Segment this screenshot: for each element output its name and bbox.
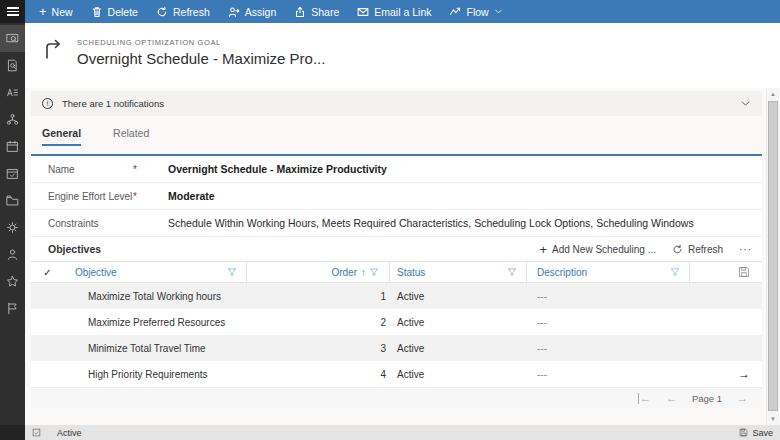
- grid-header-row: ✓ Objective Order ↑ Status: [31, 262, 762, 283]
- order-cell: 3: [247, 335, 390, 361]
- column-header-status[interactable]: Status: [390, 262, 527, 282]
- save-button[interactable]: Save: [739, 428, 773, 438]
- column-header-order[interactable]: Order ↑: [247, 262, 390, 282]
- new-button[interactable]: + New: [30, 0, 82, 23]
- tab-general[interactable]: General: [42, 127, 81, 146]
- sidebar-item-user[interactable]: [0, 241, 25, 268]
- next-page-button[interactable]: →: [737, 393, 748, 404]
- grid-refresh-button[interactable]: Refresh: [672, 244, 723, 255]
- filter-funnel-icon[interactable]: [507, 267, 517, 277]
- scrollbar-thumb[interactable]: [768, 101, 778, 411]
- delete-button-label: Delete: [108, 6, 138, 18]
- refresh-button-label: Refresh: [173, 6, 210, 18]
- name-field-value[interactable]: Overnight Schedule - Maximize Productivi…: [168, 163, 387, 175]
- refresh-icon: [672, 244, 683, 255]
- table-row[interactable]: Minimize Total Travel Time 3 Active ---: [31, 335, 762, 361]
- general-section-card: Name * Overnight Schedule - Maximize Pro…: [31, 154, 762, 409]
- trash-icon: [91, 6, 103, 18]
- hamburger-menu-button[interactable]: [0, 0, 25, 23]
- field-label: Engine Effort Level: [48, 191, 133, 202]
- description-cell: ---: [527, 283, 690, 309]
- table-row[interactable]: High Priority Requirements 4 Active --- …: [31, 361, 762, 387]
- description-cell: ---: [527, 361, 690, 387]
- sidebar-item-calendar[interactable]: [0, 133, 25, 160]
- add-new-scheduling-button[interactable]: + Add New Scheduling ...: [539, 243, 656, 256]
- save-icon: [739, 428, 748, 437]
- new-button-label: New: [52, 6, 73, 18]
- filter-funnel-icon[interactable]: [670, 267, 680, 277]
- filter-funnel-icon[interactable]: [227, 267, 237, 277]
- delete-button[interactable]: Delete: [82, 0, 147, 23]
- engine-effort-level-field-value[interactable]: Moderate: [168, 190, 215, 202]
- org-chart-icon: [6, 113, 19, 126]
- record-state-icon: [32, 428, 41, 437]
- objective-cell[interactable]: Maximize Preferred Resources: [64, 309, 247, 335]
- sidebar-item-favorites[interactable]: [0, 268, 25, 295]
- gear-icon: [6, 221, 19, 234]
- scroll-down-icon[interactable]: ▼: [767, 416, 779, 422]
- column-label: Status: [397, 267, 425, 278]
- column-label: Description: [537, 267, 587, 278]
- board-search-icon: [6, 32, 19, 45]
- table-row[interactable]: Maximize Preferred Resources 2 Active --…: [31, 309, 762, 335]
- calendar-icon: [6, 140, 19, 153]
- email-a-link-button[interactable]: Email a Link: [348, 0, 440, 23]
- column-header-description[interactable]: Description: [527, 262, 690, 282]
- constraints-field-value[interactable]: Schedule Within Working Hours, Meets Req…: [168, 217, 694, 229]
- folder-icon: [6, 194, 19, 207]
- save-button-label: Save: [752, 428, 773, 438]
- save-layout-icon[interactable]: [738, 266, 750, 278]
- row-checkbox[interactable]: [31, 335, 64, 361]
- sidebar-item-search-board[interactable]: [0, 25, 25, 52]
- objective-cell[interactable]: Minimize Total Travel Time: [64, 335, 247, 361]
- page-number-label: Page 1: [692, 393, 722, 404]
- share-icon: [294, 6, 306, 18]
- flow-button[interactable]: Flow: [440, 0, 511, 23]
- order-cell: 2: [247, 309, 390, 335]
- sidebar-item-document-search[interactable]: [0, 52, 25, 79]
- row-checkbox[interactable]: [31, 309, 64, 335]
- notification-bar[interactable]: ! There are 1 notifications: [31, 91, 762, 116]
- order-cell: 4: [247, 361, 390, 387]
- contact-list-icon: [6, 86, 19, 99]
- required-marker: *: [133, 164, 168, 175]
- status-bar-corner: [0, 425, 25, 440]
- assign-button[interactable]: Assign: [219, 0, 286, 23]
- sort-ascending-icon: ↑: [361, 267, 366, 278]
- row-checkbox[interactable]: [31, 361, 64, 387]
- objective-cell[interactable]: Maximize Total Working hours: [64, 283, 247, 309]
- status-cell: Active: [390, 361, 527, 387]
- sidebar-item-calendar-check[interactable]: [0, 160, 25, 187]
- sidebar-item-flag[interactable]: [0, 295, 25, 322]
- select-all-checkbox[interactable]: ✓: [31, 262, 64, 282]
- grid-options-cell: [690, 262, 762, 282]
- description-cell: ---: [527, 309, 690, 335]
- document-search-icon: [6, 59, 19, 72]
- first-page-button[interactable]: ←: [638, 393, 651, 404]
- table-row[interactable]: Maximize Total Working hours 1 Active --…: [31, 283, 762, 309]
- row-checkbox[interactable]: [31, 283, 64, 309]
- tab-related[interactable]: Related: [113, 127, 149, 146]
- objective-cell[interactable]: High Priority Requirements: [64, 361, 247, 387]
- horizontal-scroll-arrow-icon[interactable]: →: [738, 367, 750, 381]
- refresh-button[interactable]: Refresh: [147, 0, 219, 23]
- sidebar-item-contacts[interactable]: [0, 79, 25, 106]
- status-bar: Active Save: [0, 425, 780, 440]
- assign-icon: [228, 6, 240, 18]
- sidebar-item-settings[interactable]: [0, 214, 25, 241]
- sidebar-item-org-chart[interactable]: [0, 106, 25, 133]
- field-row-engine-effort-level: Engine Effort Level * Moderate: [31, 183, 762, 210]
- form-tabs: General Related: [42, 127, 765, 146]
- entity-type-label: SCHEDULING OPTIMIZATION GOAL: [77, 38, 325, 47]
- scroll-up-icon[interactable]: ▲: [767, 91, 779, 97]
- command-bar: + New Delete Refresh Assign Share Email …: [25, 0, 780, 23]
- field-label: Constraints: [48, 218, 133, 229]
- sidebar-item-folder[interactable]: [0, 187, 25, 214]
- filter-funnel-icon[interactable]: [369, 267, 379, 277]
- share-button[interactable]: Share: [285, 0, 348, 23]
- column-header-objective[interactable]: Objective: [64, 262, 247, 282]
- previous-page-button[interactable]: ←: [666, 393, 677, 404]
- chevron-down-icon[interactable]: [740, 98, 751, 109]
- vertical-scrollbar[interactable]: ▲ ▼: [766, 88, 779, 425]
- more-commands-button[interactable]: ···: [739, 244, 752, 255]
